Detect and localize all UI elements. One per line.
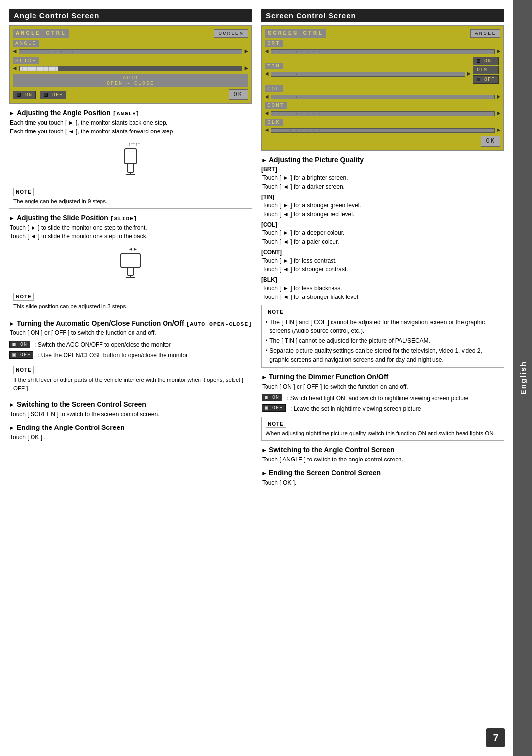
end-angle-section: Ending the Angle Control Screen Touch [ …	[9, 424, 252, 442]
slide-slider-track: ████████████████	[19, 66, 242, 71]
blk-line-2: Touch [ ◄ ] for a stronger black level.	[262, 293, 504, 301]
dimmer-note: NOTE When adjusting nighttime picture qu…	[261, 417, 504, 441]
tin-right[interactable]: ►	[467, 70, 471, 78]
col-right[interactable]: ►	[497, 93, 500, 100]
end-screen-title: Ending the Screen Control Screen	[261, 469, 504, 477]
col-track: · · · · ✦ · · · · ·	[271, 95, 495, 99]
end-angle-body: Touch [ OK ] .	[10, 433, 252, 442]
brt-line-2: Touch [ ◄ ] for a darker screen.	[262, 182, 504, 191]
switch-angle-section: Switching to the Angle Control Screen To…	[261, 446, 504, 464]
blk-left[interactable]: ◄	[265, 127, 269, 134]
cont-track: · · · · ✦ · · · · ·	[271, 111, 495, 116]
angle-ctrl-monitor: ANGLE CTRL SCREEN ANGLE ◄ · · · · · · · …	[9, 25, 252, 104]
right-column: Screen Control Screen SCREEN CTRL ANGLE …	[261, 9, 504, 487]
end-angle-title: Ending the Angle Control Screen	[9, 424, 252, 431]
svg-rect-2	[128, 164, 133, 172]
picture-subsections: [BRT] Touch [ ► ] for a brighter screen.…	[261, 166, 504, 301]
angle-right-arrow[interactable]: ►	[244, 48, 248, 55]
tin-label: TIN	[265, 63, 283, 69]
screen-ctrl-monitor: SCREEN CTRL ANGLE BRT ◄ · · · · ✦ · · · …	[261, 25, 504, 151]
angle-slider-track: · · · · · · · ✦ · ·	[19, 49, 242, 54]
side-tab: English	[513, 0, 532, 756]
switch-angle-body: Touch [ ANGLE ] to switch to the angle c…	[262, 455, 504, 464]
on-btn[interactable]: ON	[13, 91, 36, 99]
blk-label: BLK	[265, 119, 283, 126]
switch-screen-title: Switching to the Screen Control Screen	[9, 400, 252, 408]
note-bullet-3: Separate picture quality settings can be…	[266, 346, 500, 364]
brt-sub: [BRT]	[261, 166, 504, 173]
adj-angle-note: NOTE The angle can be adjusted in 9 step…	[9, 185, 252, 209]
col-left[interactable]: ◄	[265, 93, 269, 100]
svg-rect-1	[125, 149, 136, 164]
scr-off-btn[interactable]: OFF	[473, 75, 499, 84]
dimmer-on-btn: ON	[262, 394, 282, 401]
scr-on-btn[interactable]: ON	[473, 57, 499, 65]
blk-right[interactable]: ►	[497, 127, 500, 134]
brt-track: · · · · ✦ · · · · ·	[271, 49, 495, 54]
off-btn[interactable]: OFF	[40, 91, 66, 99]
brt-left[interactable]: ◄	[265, 48, 269, 55]
blk-line-1: Touch [ ► ] for less blackness.	[262, 284, 504, 293]
scr-dim-btn[interactable]: DIM	[473, 66, 499, 74]
dimmer-section: Turning the Dimmer Function On/Off Touch…	[261, 373, 504, 441]
dimmer-btns: ON : Switch head light ON, and switch to…	[261, 394, 504, 413]
off-inline-btn: OFF	[9, 351, 33, 359]
cont-line-2: Touch [ ◄ ] for stronger contrast.	[262, 265, 504, 274]
adj-angle-body-1: Each time you touch [ ► ], the monitor s…	[10, 118, 252, 127]
angle-btn[interactable]: ANGLE	[470, 29, 500, 38]
tin-sub: [TIN]	[261, 194, 504, 200]
col-line-2: Touch [ ◄ ] for a paler colour.	[262, 237, 504, 246]
col-line-1: Touch [ ► ] for a deeper colour.	[262, 229, 504, 237]
slide-right-arrow[interactable]: ►	[244, 65, 248, 72]
dimmer-title: Turning the Dimmer Function On/Off	[261, 373, 504, 381]
svg-text:↑↑↑↑↑: ↑↑↑↑↑	[128, 141, 140, 147]
tin-track: · · · · ✦ · · · · ·	[271, 72, 465, 77]
col-label: COL	[265, 85, 283, 92]
adj-angle-body-2: Each time you touch [ ◄ ], the monitor s…	[10, 127, 252, 136]
angle-diagram: ↑↑↑↑↑	[9, 140, 252, 181]
angle-left-arrow[interactable]: ◄	[13, 48, 17, 55]
page-number: 7	[486, 728, 505, 747]
angle-ok-btn[interactable]: OK	[229, 89, 248, 100]
brt-label: BRT	[265, 40, 283, 47]
adj-slide-note: NOTE This slide position can be adjusted…	[9, 290, 252, 314]
adj-angle-title: Adjusting the Angle Position [ANGLE]	[9, 109, 252, 117]
screen-ctrl-label: SCREEN CTRL	[265, 29, 326, 38]
svg-rect-7	[128, 267, 133, 275]
cont-right[interactable]: ►	[497, 110, 500, 117]
adj-picture-title: Adjusting the Picture Quality	[261, 156, 504, 164]
tin-line-1: Touch [ ► ] for a stronger green level.	[262, 201, 504, 210]
brt-right[interactable]: ►	[497, 48, 500, 55]
switch-screen-section: Switching to the Screen Control Screen T…	[9, 400, 252, 419]
angle-slider-label: ANGLE	[13, 40, 39, 47]
slide-diagram: ◄►	[9, 245, 252, 286]
cont-left[interactable]: ◄	[265, 110, 269, 117]
auto-open-btns: ON : Switch the ACC ON/OFF to open/close…	[9, 340, 252, 360]
adj-angle-section: Adjusting the Angle Position [ANGLE] Eac…	[9, 109, 252, 209]
auto-open-section: Turning the Automatic Open/Close Functio…	[9, 319, 252, 396]
screen-ok-btn[interactable]: OK	[481, 136, 500, 147]
left-column: Angle Control Screen ANGLE CTRL SCREEN A…	[9, 9, 252, 487]
auto-open-title: Turning the Automatic Open/Close Functio…	[9, 319, 252, 327]
tin-left[interactable]: ◄	[265, 70, 269, 78]
auto-open-note: NOTE If the shift lever or other parts o…	[9, 363, 252, 396]
auto-open-label: AUTO OPEN - CLOSE	[13, 74, 248, 87]
cont-line-1: Touch [ ► ] for less contrast.	[262, 256, 504, 265]
screen-btn[interactable]: SCREEN	[214, 29, 248, 38]
adj-picture-section: Adjusting the Picture Quality [BRT] Touc…	[261, 156, 504, 368]
slide-slider-label: SLIDE	[13, 57, 39, 64]
slide-left-arrow[interactable]: ◄	[13, 65, 17, 72]
col-sub: [COL]	[261, 221, 504, 228]
left-section-header: Angle Control Screen	[9, 9, 252, 22]
picture-note: NOTE The [ TIN ] and [ COL ] cannot be a…	[261, 305, 504, 368]
brt-line-1: Touch [ ► ] for a brighter screen.	[262, 173, 504, 182]
blk-track: · · · ✦ · · · · · ·	[271, 128, 495, 133]
svg-rect-6	[121, 254, 140, 267]
end-screen-body: Touch [ OK ].	[262, 478, 504, 487]
switch-angle-title: Switching to the Angle Control Screen	[261, 446, 504, 454]
dimmer-off-btn: OFF	[262, 404, 286, 412]
cont-label: CONT	[265, 102, 287, 109]
note-bullet-2: The [ TIN ] cannot be adjusted for the p…	[266, 336, 500, 345]
adj-slide-title: Adjusting the Slide Position [SLIDE]	[9, 214, 252, 222]
angle-dots: · · · · · · · ✦ · ·	[19, 49, 75, 54]
